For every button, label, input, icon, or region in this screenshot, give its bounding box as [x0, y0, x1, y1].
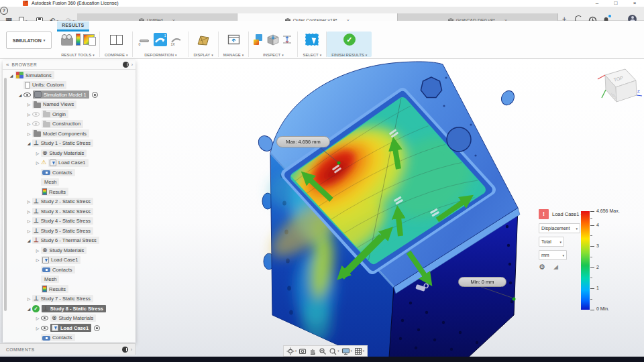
- tree-label-chip[interactable]: Results: [41, 285, 68, 293]
- active-indicator-radio[interactable]: [94, 325, 100, 331]
- tree-label-chip[interactable]: Contacts: [41, 169, 75, 176]
- active-indicator-radio[interactable]: [92, 92, 98, 98]
- legend-settings-gear-icon[interactable]: ⚙: [539, 263, 545, 271]
- expand-arrow-icon[interactable]: ▷: [25, 229, 32, 233]
- tree-row[interactable]: ▷⊥Study 4 - Static Stress: [8, 217, 136, 227]
- tree-label-chip[interactable]: Contacts: [41, 266, 75, 274]
- manage-settings-icon[interactable]: [227, 34, 240, 45]
- tree-row[interactable]: ▷Construction: [8, 119, 136, 129]
- expand-arrow-icon[interactable]: ▷: [25, 209, 32, 214]
- tree-row[interactable]: ◢⊥Study 6 - Thermal Stress: [8, 236, 136, 246]
- minimize-button[interactable]: –: [592, 0, 602, 7]
- tree-row[interactable]: ▷⊥Study 5 - Static Stress: [8, 226, 136, 236]
- legend-options-icon[interactable]: [76, 34, 80, 46]
- result-details-icon[interactable]: [254, 34, 264, 45]
- expand-arrow-icon[interactable]: ▷: [34, 151, 41, 156]
- tree-row[interactable]: ◢✓⊥Study 8 - Static Stress: [8, 304, 136, 314]
- expand-arrow-icon[interactable]: ▷: [34, 326, 41, 330]
- tree-row[interactable]: ▷⊗Study Materials: [8, 245, 136, 255]
- tree-row[interactable]: ▷⊥Study 2 - Static Stress: [8, 197, 136, 207]
- expand-arrow-icon[interactable]: ▷: [25, 219, 32, 223]
- legend-ramp-icon[interactable]: ◢: [553, 264, 558, 270]
- select-icon[interactable]: [305, 34, 319, 46]
- tree-label-chip[interactable]: Load Case1: [50, 324, 91, 332]
- tree-row[interactable]: Mesh: [8, 275, 136, 285]
- tree-label-chip[interactable]: Load Case1: [48, 159, 88, 167]
- expand-arrow-icon[interactable]: ▷: [34, 248, 41, 253]
- display-settings-icon[interactable]: ▾: [341, 347, 352, 355]
- tree-label-chip[interactable]: Named Views: [32, 101, 76, 109]
- zoom-window-icon[interactable]: ▾: [329, 347, 339, 355]
- load-case-alert-icon[interactable]: !: [539, 209, 549, 219]
- tree-row[interactable]: ▷Model Components: [8, 129, 136, 139]
- tree-label-chip[interactable]: ⊥Study 4 - Static Stress: [32, 217, 93, 225]
- tree-label-chip[interactable]: Units: Custom: [23, 81, 66, 89]
- browser-panel-header[interactable]: « BROWSER ›: [3, 60, 136, 70]
- expand-arrow-icon[interactable]: ▷: [34, 316, 41, 320]
- pan-hand-icon[interactable]: [309, 347, 317, 355]
- view-cube[interactable]: TOP LEFT Z: [594, 64, 643, 110]
- measure-icon[interactable]: [282, 34, 292, 45]
- collapse-arrow-icon[interactable]: ◢: [8, 73, 15, 78]
- tree-label-chip[interactable]: Results: [41, 188, 68, 196]
- units-dropdown[interactable]: mm▾: [539, 250, 567, 260]
- expand-arrow-icon[interactable]: ▷: [25, 131, 32, 136]
- point-probe-icon[interactable]: [267, 34, 279, 46]
- tree-label-chip[interactable]: ⊥Study 5 - Static Stress: [32, 227, 93, 235]
- look-at-icon[interactable]: [299, 347, 307, 355]
- collapse-arrow-icon[interactable]: ◢: [25, 141, 32, 145]
- expand-arrow-icon[interactable]: ▷: [34, 257, 41, 262]
- panel-expand-icon[interactable]: ›: [131, 347, 132, 352]
- zoom-icon[interactable]: [319, 347, 327, 355]
- collapse-panel-icon[interactable]: «: [6, 62, 9, 68]
- tree-label-chip[interactable]: Construction: [42, 120, 83, 128]
- compare-icon[interactable]: [110, 35, 123, 45]
- tree-label-chip[interactable]: ⊗Study Materials: [50, 314, 96, 322]
- tree-label-chip[interactable]: ⊥Study 8 - Static Stress: [42, 305, 106, 312]
- expand-arrow-icon[interactable]: ▷: [25, 199, 32, 204]
- tree-label-chip[interactable]: Simulations: [15, 71, 54, 79]
- group-finish-results[interactable]: ✓ FINISH RESULTS▾: [327, 32, 372, 57]
- tree-row[interactable]: ◢Simulations: [8, 70, 136, 80]
- deformation-actual-icon[interactable]: 1: [154, 33, 167, 46]
- grid-settings-icon[interactable]: ▾: [354, 347, 364, 355]
- tree-row[interactable]: ▷⊥Study 3 - Static Stress: [8, 206, 136, 217]
- result-type-dropdown[interactable]: Displacement▾: [539, 223, 580, 233]
- panel-expand-icon[interactable]: ›: [131, 62, 133, 67]
- tree-row[interactable]: Results: [8, 284, 136, 294]
- tree-label-chip[interactable]: Simulation Model 1: [33, 90, 89, 99]
- tree-row[interactable]: ▷Load Case1: [8, 323, 136, 333]
- collapse-arrow-icon[interactable]: ◢: [25, 238, 32, 243]
- tree-label-chip[interactable]: ⊥Study 2 - Static Stress: [32, 198, 93, 205]
- tree-row[interactable]: ▷⊗Study Materials: [8, 148, 136, 158]
- tree-row[interactable]: Results: [8, 187, 136, 197]
- help-icon[interactable]: ?: [0, 7, 8, 15]
- display-style-icon[interactable]: [197, 35, 210, 46]
- expand-arrow-icon[interactable]: ▷: [34, 160, 41, 165]
- tree-label-chip[interactable]: Load Case1: [41, 256, 80, 264]
- deformation-scaled-icon[interactable]: 1X: [170, 33, 183, 46]
- tree-row[interactable]: Contacts: [8, 168, 136, 178]
- panel-options-icon[interactable]: [122, 347, 128, 353]
- tree-row[interactable]: Mesh: [8, 178, 136, 188]
- tree-label-chip[interactable]: ⊗Study Materials: [41, 247, 87, 254]
- comments-panel[interactable]: COMMENTS ›: [0, 343, 136, 355]
- tree-row[interactable]: ▷Origin: [8, 109, 136, 119]
- load-case-selector[interactable]: Load Case1: [552, 211, 579, 217]
- tree-label-chip[interactable]: ⊗Study Materials: [41, 149, 87, 157]
- tree-label-chip[interactable]: ⊥Study 1 - Static Stress: [32, 139, 93, 147]
- color-map-icon[interactable]: [83, 34, 95, 45]
- tree-row[interactable]: Units: Custom: [8, 80, 136, 90]
- tree-row[interactable]: ▷Load Case1: [8, 255, 136, 265]
- close-button[interactable]: ×: [629, 0, 640, 7]
- tree-label-chip[interactable]: Mesh: [41, 276, 59, 283]
- collapse-arrow-icon[interactable]: ◢: [17, 93, 23, 97]
- collapse-arrow-icon[interactable]: ◢: [25, 306, 32, 311]
- maximize-button[interactable]: □: [610, 0, 621, 7]
- tree-row[interactable]: Contacts: [8, 265, 136, 275]
- expand-arrow-icon[interactable]: ▷: [25, 112, 32, 117]
- panel-options-icon[interactable]: [123, 62, 129, 68]
- tree-row[interactable]: ▷⚠Load Case1: [8, 158, 136, 168]
- tree-row[interactable]: ◢Simulation Model 1: [8, 90, 136, 100]
- tree-label-chip[interactable]: Origin: [42, 110, 68, 118]
